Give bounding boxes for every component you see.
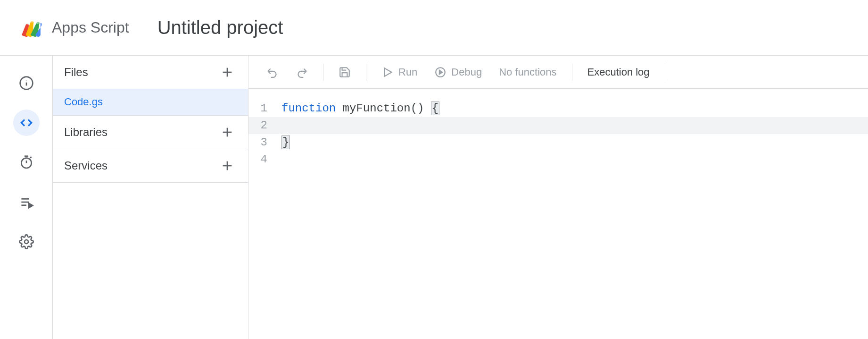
nav-settings[interactable] [13,229,40,255]
add-library-button[interactable] [218,123,237,142]
libraries-label: Libraries [64,126,107,139]
file-name: Code.gs [64,96,103,108]
toolbar-divider [572,64,572,81]
run-button[interactable]: Run [375,62,424,83]
svg-point-0 [26,21,29,24]
line-number: 4 [248,151,281,168]
line-number: 3 [248,134,281,151]
execution-log-button[interactable]: Execution log [581,62,656,83]
files-label: Files [64,66,88,79]
header: Apps Script Untitled project [0,0,868,56]
apps-script-logo [19,16,42,40]
files-section: Files Code.gs [53,56,248,116]
services-section: Services [53,149,248,183]
svg-point-1 [31,19,33,22]
debug-label: Debug [451,66,482,78]
save-button[interactable] [332,62,357,83]
sidebar: Files Code.gs Libraries Services [53,56,248,339]
redo-button[interactable] [289,62,314,83]
files-header: Files [53,56,248,89]
services-label: Services [64,159,107,172]
nav-rail [0,56,53,339]
code-line[interactable]: 2 [248,117,868,134]
toolbar-divider [366,64,366,81]
code-content[interactable] [281,117,868,134]
toolbar: Run Debug No functions Execution log [248,56,868,89]
file-item-code-gs[interactable]: Code.gs [53,89,248,115]
code-content[interactable] [281,151,868,168]
svg-marker-21 [385,68,392,76]
run-label: Run [398,66,417,78]
nav-overview[interactable] [13,70,40,96]
toolbar-divider [323,64,323,81]
code-line[interactable]: 1function myFunction() { [248,100,868,117]
svg-marker-13 [29,203,33,208]
undo-button[interactable] [260,62,285,83]
functions-label: No functions [499,66,556,78]
nav-executions[interactable] [13,189,40,215]
debug-button[interactable]: Debug [428,62,488,83]
line-number: 1 [248,100,281,117]
code-line[interactable]: 4 [248,151,868,168]
svg-point-2 [36,21,39,24]
code-content[interactable]: } [281,134,868,151]
code-editor[interactable]: 1function myFunction() {2 3}4 [248,89,868,339]
function-selector[interactable]: No functions [492,62,563,83]
toolbar-divider [665,64,665,81]
libraries-header: Libraries [53,116,248,149]
product-name: Apps Script [52,19,129,36]
nav-editor[interactable] [13,110,40,136]
svg-marker-23 [439,70,443,74]
libraries-section: Libraries [53,116,248,149]
code-content[interactable]: function myFunction() { [281,100,868,117]
svg-line-9 [30,157,32,158]
line-number: 2 [248,117,281,134]
editor-area: Run Debug No functions Execution log 1fu… [248,56,868,339]
svg-point-14 [25,240,28,244]
code-line[interactable]: 3} [248,134,868,151]
project-title[interactable]: Untitled project [157,17,283,38]
nav-triggers[interactable] [13,149,40,176]
add-file-button[interactable] [218,63,237,82]
main: Files Code.gs Libraries Services [0,56,868,339]
add-service-button[interactable] [218,156,237,175]
execution-log-label: Execution log [587,66,650,78]
services-header: Services [53,149,248,182]
